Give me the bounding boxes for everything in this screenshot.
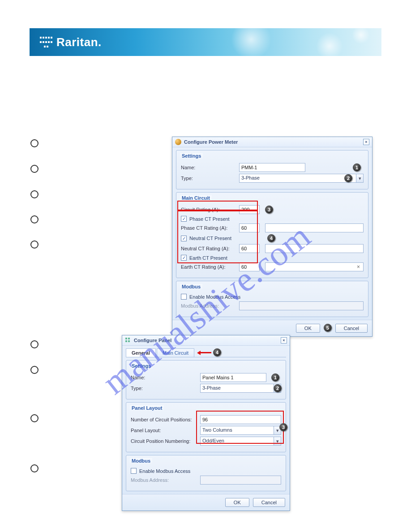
configure-power-meter-dialog: Configure Power Meter × Settings Name: 1… — [172, 137, 372, 337]
annotation-badge-4: 4 — [267, 234, 275, 242]
svg-rect-3 — [128, 340, 130, 342]
modbus-address-input — [200, 476, 281, 485]
dialog2-title: Configure Panel — [134, 338, 171, 343]
enable-modbus-checkbox[interactable] — [181, 294, 187, 300]
phase-ct-rating-label: Phase CT Rating (A): — [181, 225, 239, 231]
page-bullet-circle — [30, 190, 39, 198]
logo: Raritan . — [39, 35, 101, 49]
check-icon: ✓ — [182, 216, 186, 221]
panel-layout-select[interactable]: Two Columns ▾ — [200, 426, 281, 435]
type-label: Type: — [131, 386, 200, 391]
panel-layout-group-title: Panel Layout — [130, 405, 164, 411]
svg-rect-1 — [128, 338, 130, 339]
clear-icon[interactable]: × — [357, 264, 360, 270]
page-bullet-circle — [30, 215, 39, 223]
tab-main-circuit[interactable]: Main Circuit — [157, 348, 194, 357]
logo-dot: . — [98, 35, 101, 49]
neutral-ct-present-checkbox[interactable]: ✓ — [181, 236, 187, 241]
earth-ct-rating-input[interactable] — [239, 262, 260, 271]
enable-modbus-checkbox[interactable] — [131, 468, 137, 474]
cancel-button[interactable]: Cancel — [335, 324, 368, 333]
name-label: Name: — [131, 375, 200, 380]
main-circuit-group: Main Circuit Circuit Rating (A): 3 ✓ Pha… — [176, 192, 368, 278]
circuit-rating-label: Circuit Rating (A): — [181, 207, 239, 212]
chevron-down-icon: ▾ — [274, 437, 281, 445]
settings-group: Settings Name: 1 Type: 3-Phase ▾ 2 — [176, 150, 368, 189]
modbus-group: Modbus Enable Modbus Access Modbus Addre… — [126, 455, 286, 491]
panel-layout-group: Panel Layout Number of Circuit Positions… — [126, 402, 286, 452]
banner-highlight-icon — [352, 26, 370, 44]
neutral-ct-rating-label: Neutral CT Rating (A): — [181, 246, 239, 251]
settings-group-title: Settings — [180, 153, 203, 159]
svg-rect-2 — [125, 340, 127, 342]
earth-ct-present-checkbox[interactable]: ✓ — [181, 255, 187, 261]
type-value: 3-Phase — [202, 385, 221, 390]
phase-ct-present-label: Phase CT Present — [189, 216, 230, 222]
ok-button[interactable]: OK — [296, 324, 320, 333]
numbering-select[interactable]: Odd/Even ▾ — [200, 437, 281, 446]
type-label: Type: — [181, 176, 239, 181]
num-positions-input[interactable] — [200, 415, 281, 424]
type-value: 3-Phase — [241, 175, 260, 180]
annotation-badge-3: 3 — [265, 206, 273, 214]
configure-panel-dialog: Configure Panel × General Main Circuit 4… — [122, 335, 290, 511]
page-bullet-circle — [30, 165, 39, 173]
page-bullet-circle — [30, 366, 39, 374]
svg-rect-0 — [125, 338, 127, 339]
num-positions-label: Number of Circuit Positions: — [131, 417, 200, 422]
neutral-ct-rating-input[interactable] — [239, 244, 260, 253]
name-input[interactable] — [200, 373, 266, 382]
annotation-badge-5: 5 — [324, 324, 332, 332]
modbus-address-input — [239, 301, 364, 310]
annotation-arrow-icon — [197, 348, 211, 357]
numbering-value: Odd/Even — [202, 438, 224, 443]
neutral-ct-present-label: Neutral CT Present — [189, 236, 231, 241]
circuit-rating-input[interactable] — [239, 205, 260, 214]
modbus-address-label: Modbus Address: — [131, 477, 200, 483]
settings-group: Settings Name: 1 Type: 3-Phase ▾ 2 — [126, 360, 286, 399]
earth-ct-rating-label: Earth CT Rating (A): — [181, 264, 239, 270]
chevron-down-icon: ▾ — [356, 174, 363, 182]
settings-group-title: Settings — [130, 363, 153, 369]
annotation-badge-2: 2 — [274, 384, 282, 392]
type-select[interactable]: 3-Phase ▾ 2 — [200, 384, 281, 393]
dialog1-title: Configure Power Meter — [184, 139, 238, 145]
annotation-badge-2: 2 — [344, 174, 352, 182]
tab-bar: General Main Circuit 4 — [126, 348, 286, 357]
close-icon[interactable]: × — [281, 337, 287, 343]
earth-ct-extra-input[interactable] — [265, 262, 364, 271]
earth-ct-present-label: Earth CT Present — [189, 255, 227, 261]
ok-button[interactable]: OK — [225, 498, 249, 507]
page-bullet-circle — [30, 414, 39, 422]
banner-highlight-icon — [316, 33, 343, 60]
dialog2-footer: OK Cancel — [122, 494, 290, 511]
main-circuit-group-title: Main Circuit — [180, 195, 212, 201]
type-select[interactable]: 3-Phase ▾ 2 — [239, 174, 364, 183]
modbus-group: Modbus Enable Modbus Access Modbus Addre… — [176, 281, 368, 317]
annotation-badge-1: 1 — [271, 373, 279, 382]
cancel-button[interactable]: Cancel — [253, 498, 285, 507]
page-bullet-circle — [30, 240, 39, 249]
phase-ct-rating-input[interactable] — [239, 223, 260, 232]
dialog2-titlebar: Configure Panel × — [122, 335, 290, 346]
enable-modbus-label: Enable Modbus Access — [139, 468, 190, 474]
name-input[interactable] — [239, 163, 305, 172]
tab-general[interactable]: General — [126, 348, 156, 357]
neutral-ct-extra-input[interactable] — [265, 244, 364, 253]
modbus-group-title: Modbus — [130, 458, 152, 463]
dialog1-footer: OK 5 Cancel — [172, 320, 372, 336]
phase-ct-present-checkbox[interactable]: ✓ — [181, 216, 187, 222]
check-icon: ✓ — [182, 255, 186, 260]
check-icon: ✓ — [182, 236, 186, 241]
page-bullet-circle — [30, 340, 39, 348]
logo-text: Raritan — [56, 35, 98, 49]
panel-layout-value: Two Columns — [202, 427, 232, 433]
modbus-address-label: Modbus Address: — [181, 303, 239, 309]
logo-mark-icon — [39, 36, 53, 48]
phase-ct-extra-input[interactable] — [265, 223, 364, 232]
annotation-badge-4: 4 — [213, 348, 221, 356]
annotation-badge-3: 3 — [279, 423, 287, 431]
enable-modbus-label: Enable Modbus Access — [189, 294, 240, 300]
modbus-group-title: Modbus — [180, 284, 202, 289]
close-icon[interactable]: × — [363, 139, 369, 145]
